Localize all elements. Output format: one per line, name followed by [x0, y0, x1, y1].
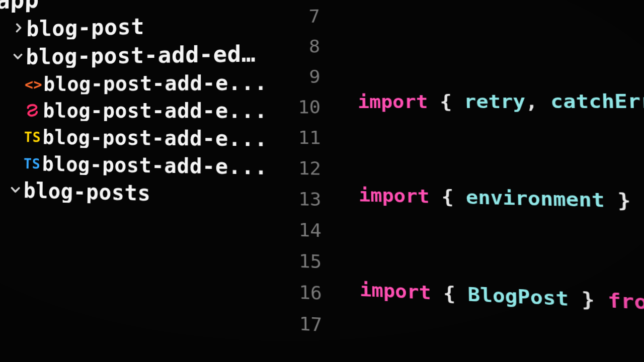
- code-fragment: [450, 0, 644, 23]
- ts-spec-icon: TS: [23, 130, 43, 144]
- line-number: 17: [270, 306, 322, 340]
- line-number: 10: [269, 92, 320, 123]
- folder-blog-post[interactable]: blog-post: [0, 9, 269, 44]
- code-token: BlogPost: [467, 278, 569, 316]
- line-number: 8: [269, 31, 320, 62]
- code-token: catchError: [550, 84, 644, 118]
- code-token: retry: [464, 85, 526, 118]
- chevron-down-icon: [10, 50, 26, 65]
- file-explorer: src app blog-post blog-post-add-edit <> …: [0, 0, 271, 362]
- line-number: 13: [270, 183, 321, 215]
- code-token: environment: [465, 181, 605, 217]
- code-keyword: import: [358, 86, 428, 117]
- chevron-down-icon: [7, 183, 24, 199]
- line-number: 16: [270, 276, 322, 309]
- code-editor[interactable]: vable, throwError import { retry, catchE…: [334, 0, 644, 362]
- code-keyword: import: [360, 274, 432, 309]
- line-number: 14: [270, 214, 321, 246]
- html-icon: <>: [23, 76, 43, 92]
- line-number: 9: [269, 61, 320, 92]
- line-number: 7: [269, 1, 320, 32]
- code-keyword: from: [607, 284, 644, 321]
- line-number: 15: [270, 244, 321, 278]
- scss-icon: [23, 103, 43, 119]
- ts-icon: TS: [22, 156, 42, 171]
- folder-blog-post-add-edit[interactable]: blog-post-add-edit: [0, 39, 269, 71]
- folder-blog-posts[interactable]: blog-posts: [0, 176, 270, 211]
- line-number-gutter: 5 6 7 8 9 10 11 12 13 14 15 16 17: [269, 0, 338, 362]
- line-number: 11: [269, 122, 320, 153]
- code-keyword: import: [359, 179, 430, 212]
- code-punct: {: [428, 86, 464, 118]
- chevron-right-icon: [10, 22, 26, 37]
- line-number: 12: [270, 152, 321, 184]
- file-scss[interactable]: blog-post-add-e...: [0, 97, 269, 125]
- file-ts-spec[interactable]: TS blog-post-add-e...: [0, 124, 270, 153]
- file-ts[interactable]: TS blog-post-add-e...: [0, 150, 270, 182]
- file-html[interactable]: <> blog-post-add-e...: [0, 69, 269, 98]
